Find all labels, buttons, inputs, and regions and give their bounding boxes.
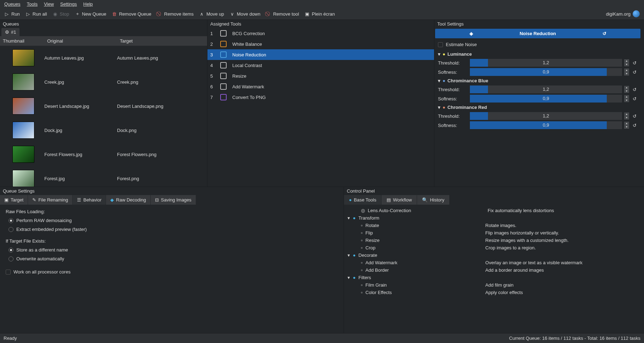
radio-overwrite[interactable]: Overwrite automatically (6, 256, 338, 261)
tool-index: 6 (210, 84, 215, 89)
tab-base-tools[interactable]: ●Base Tools (344, 195, 381, 205)
assigned-tool-item[interactable]: 4 Local Contrast (207, 60, 434, 71)
item-desc: Fix automatically lens distortions (488, 208, 554, 213)
softness-spinner[interactable]: ▴▾ (624, 95, 629, 102)
softness-slider[interactable]: 0,9 (470, 95, 622, 103)
tools-tree[interactable]: ◎Lens Auto-CorrectionFix automatically l… (344, 205, 644, 333)
softness-spinner[interactable]: ▴▾ (624, 122, 629, 129)
col-target[interactable]: Target (117, 36, 207, 46)
estimate-noise-checkbox[interactable]: Estimate Noise (438, 42, 638, 47)
run-button[interactable]: ▷Run (4, 11, 20, 17)
brand-link[interactable]: digiKam.org (606, 10, 640, 17)
new-queue-button[interactable]: ＋New Queue (75, 11, 106, 17)
threshold-slider[interactable]: 1,2 (470, 112, 622, 120)
original-filename: Creek.jpg (44, 79, 117, 85)
tree-item[interactable]: ◎Lens Auto-CorrectionFix automatically l… (346, 207, 642, 214)
tab-target[interactable]: ▣Target (0, 195, 28, 205)
softness-slider[interactable]: 0,9 (470, 121, 622, 129)
threshold-row: Threshold: 1,2 ▴▾ ↺ (438, 85, 638, 94)
softness-row: Softness: 0,9 ▴▾ ↺ (438, 94, 638, 103)
menu-help[interactable]: Help (83, 1, 93, 7)
menu-queues[interactable]: Queues (4, 1, 21, 7)
item-desc: Rotate images. (485, 223, 516, 228)
tree-item[interactable]: ▫RotateRotate images. (346, 222, 642, 229)
assigned-tool-item[interactable]: 6 Add Watermark (207, 81, 434, 92)
moveup-button[interactable]: ∧Move up (199, 11, 224, 17)
reset-icon[interactable]: ↺ (571, 31, 638, 36)
threshold-reset[interactable]: ↺ (631, 113, 638, 119)
tree-item[interactable]: ▫ResizeResize images with a customized l… (346, 237, 642, 244)
thumbnail (12, 122, 34, 139)
table-row[interactable]: Creek.jpg Creek.png (0, 70, 207, 94)
radio-store-different[interactable]: Store as a different name (6, 247, 338, 253)
remove-tool-button[interactable]: ⃠Remove tool (266, 11, 299, 17)
runall-button[interactable]: ▷Run all (26, 11, 47, 17)
tree-item[interactable]: ▫Color EffectsApply color effects (346, 289, 642, 296)
col-thumbnail[interactable]: Thumbnail (0, 36, 44, 46)
tree-group[interactable]: ▾●Filters (346, 274, 642, 281)
threshold-reset[interactable]: ↺ (631, 86, 638, 93)
tab-saving-images[interactable]: ⊟Saving Images (151, 195, 196, 205)
tree-group[interactable]: ▾●Decorate (346, 251, 642, 259)
softness-slider[interactable]: 0,9 (470, 68, 622, 76)
tool-icon (220, 61, 227, 69)
tree-item[interactable]: ▫FlipFlip images horizontally or vertica… (346, 229, 642, 237)
status-queue-info: Current Queue: 16 items / 112 tasks - To… (509, 336, 640, 341)
param-group-header[interactable]: ▾ ● Chrominance Blue (438, 77, 638, 85)
tool-icon (220, 72, 227, 80)
radio-raw-preview[interactable]: Extract embedded preview (faster) (6, 227, 338, 232)
menu-view[interactable]: View (44, 1, 54, 7)
table-row[interactable]: Dock.jpg Dock.png (0, 118, 207, 142)
fullscreen-button[interactable]: ▣Plein écran (305, 11, 335, 17)
play-all-icon: ▷ (26, 11, 30, 16)
target-filename: Autumn Leaves.png (117, 55, 207, 61)
movedown-button[interactable]: ∨Move down (230, 11, 260, 17)
threshold-slider[interactable]: 1,2 (470, 59, 622, 67)
table-row[interactable]: Autumn Leaves.jpg Autumn Leaves.png (0, 46, 207, 70)
tree-item[interactable]: ▫Add WatermarkOverlay an image or text a… (346, 259, 642, 266)
softness-reset[interactable]: ↺ (631, 69, 638, 75)
threshold-spinner[interactable]: ▴▾ (624, 59, 629, 66)
item-name: Rotate (366, 223, 483, 228)
assigned-tool-item[interactable]: 7 Convert To PNG (207, 92, 434, 103)
tab-behavior[interactable]: ☰Behavior (73, 195, 106, 205)
col-original[interactable]: Original (44, 36, 117, 46)
assigned-tool-item[interactable]: 2 White Balance (207, 39, 434, 49)
param-group-header[interactable]: ▾ ● Chrominance Red (438, 103, 638, 111)
menu-settings[interactable]: Settings (60, 1, 77, 7)
tool-name: Noise Reduction (232, 52, 266, 57)
softness-spinner[interactable]: ▴▾ (624, 68, 629, 76)
tab-file-renaming[interactable]: ✎File Renaming (28, 195, 72, 205)
tree-group[interactable]: ▾●Transform (346, 214, 642, 222)
checkbox-all-cores[interactable]: Work on all processor cores (6, 269, 338, 275)
softness-reset[interactable]: ↺ (631, 122, 638, 128)
assigned-tool-item[interactable]: 5 Resize (207, 71, 434, 81)
table-row[interactable]: Forest.jpg Forest.png (0, 166, 207, 187)
threshold-spinner[interactable]: ▴▾ (624, 86, 629, 93)
item-desc: Add film grain (485, 282, 513, 288)
tab-raw-decoding[interactable]: ◆Raw Decoding (106, 195, 150, 205)
threshold-spinner[interactable]: ▴▾ (624, 112, 629, 120)
threshold-reset[interactable]: ↺ (631, 60, 638, 66)
stop-button[interactable]: ◉Stop (52, 11, 69, 17)
tab-workflow[interactable]: ▤Workflow (382, 195, 417, 205)
threshold-slider[interactable]: 1,2 (470, 85, 622, 93)
remove-queue-button[interactable]: 🗑Remove Queue (112, 11, 151, 17)
remove-items-button[interactable]: ⃠Remove items (157, 11, 194, 17)
softness-reset[interactable]: ↺ (631, 95, 638, 102)
assigned-tool-item[interactable]: 3 Noise Reduction (207, 49, 434, 60)
table-row[interactable]: Desert Landscape.jpg Desert Landscape.pn… (0, 94, 207, 118)
menu-tools[interactable]: Tools (27, 1, 38, 7)
assigned-tool-item[interactable]: 1 BCG Correction (207, 28, 434, 39)
tab-history[interactable]: 🔍History (417, 195, 449, 205)
tree-item[interactable]: ▫Film GrainAdd film grain (346, 281, 642, 289)
table-row[interactable]: Forest Flowers.jpg Forest Flowers.png (0, 142, 207, 166)
param-group-header[interactable]: ▾ ● Luminance (438, 50, 638, 58)
queue-tab-1[interactable]: ⚙#1 (1, 28, 20, 36)
group-name: Luminance (448, 51, 472, 57)
tree-item[interactable]: ▫CropCrop images to a region. (346, 244, 642, 251)
tool-index: 2 (210, 42, 215, 47)
chevron-down-icon: ▾ (438, 51, 440, 57)
tree-item[interactable]: ▫Add BorderAdd a border around images (346, 266, 642, 274)
radio-raw-demosaic[interactable]: Perform RAW demosaicing (6, 218, 338, 223)
